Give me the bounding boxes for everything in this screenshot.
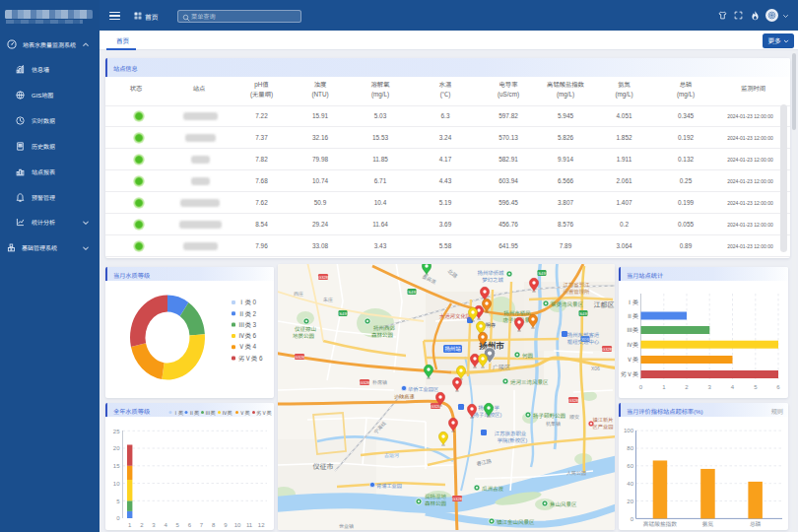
svg-text:西庄: 西庄 xyxy=(294,291,303,297)
svg-text:扬州东部客运: 扬州东部客运 xyxy=(567,332,600,338)
svg-text:焦山风景区: 焦山风景区 xyxy=(550,501,577,507)
svg-text:江苏旅游职业: 江苏旅游职业 xyxy=(495,431,527,436)
svg-text:80: 80 xyxy=(627,445,633,451)
svg-text:6: 6 xyxy=(776,384,780,390)
svg-text:2: 2 xyxy=(685,384,689,390)
svg-text:5: 5 xyxy=(754,384,758,390)
svg-text:G328: G328 xyxy=(318,275,329,280)
svg-text:镇江金山风景区: 镇江金山风景区 xyxy=(497,519,535,525)
svg-text:10: 10 xyxy=(113,481,120,487)
svg-text:G328: G328 xyxy=(360,380,370,385)
svg-text:Ⅱ类 2: Ⅱ类 2 xyxy=(238,310,257,317)
svg-text:Ⅲ类: Ⅲ类 xyxy=(627,326,638,333)
svg-text:Ⅴ类: Ⅴ类 xyxy=(627,356,638,363)
svg-text:大运河文化区: 大运河文化区 xyxy=(439,313,472,319)
svg-text:4: 4 xyxy=(164,522,167,528)
svg-text:世业镇: 世业镇 xyxy=(339,523,354,529)
svg-text:1: 1 xyxy=(662,384,666,390)
svg-text:杭集镇: 杭集镇 xyxy=(546,421,561,427)
svg-text:Ⅲ类 3: Ⅲ类 3 xyxy=(238,321,257,328)
svg-text:0: 0 xyxy=(639,384,643,390)
svg-text:森林公园: 森林公园 xyxy=(425,500,447,506)
svg-text:朴席镇: 朴席镇 xyxy=(372,379,387,385)
svg-text:Ⅱ类: Ⅱ类 xyxy=(627,312,638,319)
svg-text:S49: S49 xyxy=(538,271,546,276)
svg-text:扬州华侨城: 扬州华侨城 xyxy=(478,270,505,276)
svg-text:G328: G328 xyxy=(568,398,579,403)
svg-text:S49: S49 xyxy=(579,311,587,316)
svg-text:3: 3 xyxy=(152,522,156,528)
svg-text:G328: G328 xyxy=(295,355,305,360)
svg-text:劣Ⅴ类: 劣Ⅴ类 xyxy=(621,370,638,377)
svg-text:7: 7 xyxy=(200,522,204,528)
svg-text:9: 9 xyxy=(224,522,228,528)
svg-text:X06: X06 xyxy=(591,366,600,371)
svg-text:朱庄: 朱庄 xyxy=(323,297,333,302)
svg-text:江都区: 江都区 xyxy=(594,301,615,308)
svg-text:Ⅰ类: Ⅰ类 xyxy=(627,299,638,305)
svg-text:0: 0 xyxy=(631,516,634,522)
svg-text:0: 0 xyxy=(116,515,120,521)
svg-text:顺安: 顺安 xyxy=(569,414,579,420)
svg-text:20: 20 xyxy=(113,445,120,451)
svg-text:广陵区: 广陵区 xyxy=(493,364,510,370)
svg-text:华侨工业园区: 华侨工业园区 xyxy=(408,386,438,392)
svg-text:S49: S49 xyxy=(339,311,347,316)
svg-text:G328: G328 xyxy=(452,497,463,501)
svg-text:江苏省邗江: 江苏省邗江 xyxy=(564,282,591,288)
svg-text:G328: G328 xyxy=(602,347,613,352)
svg-text:2: 2 xyxy=(140,522,144,528)
svg-text:100: 100 xyxy=(624,428,634,433)
svg-text:扬子颐野公园: 扬子颐野公园 xyxy=(533,413,566,419)
svg-text:11: 11 xyxy=(246,522,253,528)
svg-text:梦幻之城: 梦幻之城 xyxy=(482,277,503,283)
svg-text:茱萸湾风景区: 茱萸湾风景区 xyxy=(551,301,584,307)
svg-text:20: 20 xyxy=(627,499,633,504)
svg-text:镇江新片: 镇江新片 xyxy=(593,417,614,423)
svg-text:闲置管理所: 闲置管理所 xyxy=(564,289,591,295)
svg-text:Ⅳ类 6: Ⅳ类 6 xyxy=(238,332,257,339)
svg-text:枢纽交通中心: 枢纽交通中心 xyxy=(567,339,600,345)
svg-text:沪陕高速: 沪陕高速 xyxy=(394,393,415,400)
svg-text:Ⅴ类 4: Ⅴ类 4 xyxy=(238,343,257,350)
svg-text:8: 8 xyxy=(212,522,216,528)
svg-text:扬州站: 扬州站 xyxy=(444,346,461,352)
svg-text:1: 1 xyxy=(128,522,132,528)
svg-text:总磷: 总磷 xyxy=(750,521,762,527)
svg-text:3: 3 xyxy=(708,384,712,390)
svg-text:6: 6 xyxy=(188,522,192,528)
svg-text:学院(新校区): 学院(新校区) xyxy=(498,437,528,443)
svg-text:5: 5 xyxy=(116,499,120,504)
svg-text:40: 40 xyxy=(627,481,633,487)
svg-text:12: 12 xyxy=(258,522,265,528)
svg-text:10: 10 xyxy=(234,522,241,528)
svg-text:5: 5 xyxy=(176,522,180,528)
svg-text:高锰酸盐指数: 高锰酸盐指数 xyxy=(643,521,677,527)
svg-text:古运河: 古运河 xyxy=(384,452,399,458)
svg-text:何园: 何园 xyxy=(522,353,534,359)
svg-text:扬州西郊: 扬州西郊 xyxy=(373,325,396,331)
svg-text:扬州市栖凤: 扬州市栖凤 xyxy=(503,310,531,316)
svg-text:劣Ⅴ类 6: 劣Ⅴ类 6 xyxy=(238,355,263,362)
svg-text:人民公园: 人民公园 xyxy=(566,470,586,476)
svg-text:S49: S49 xyxy=(408,290,416,295)
svg-text:运河三湾风景区: 运河三湾风景区 xyxy=(510,379,549,385)
svg-text:仪征捺山: 仪征捺山 xyxy=(295,326,316,332)
svg-text:区产业园: 区产业园 xyxy=(593,424,614,430)
svg-text:润扬湿地: 润扬湿地 xyxy=(425,494,447,499)
svg-text:Ⅳ类: Ⅳ类 xyxy=(627,341,638,348)
svg-text:25: 25 xyxy=(113,429,120,434)
svg-text:氨氮: 氨氮 xyxy=(702,521,714,527)
svg-text:60: 60 xyxy=(627,463,633,469)
svg-text:地质公园: 地质公园 xyxy=(293,333,315,339)
svg-text:森林公园: 森林公园 xyxy=(371,332,394,338)
svg-text:15: 15 xyxy=(113,463,120,469)
svg-text:Ⅰ类 0: Ⅰ类 0 xyxy=(238,299,257,305)
svg-text:4: 4 xyxy=(731,384,735,390)
svg-text:瓜洲古渡: 瓜洲古渡 xyxy=(482,486,504,492)
svg-text:胥浦工业园: 胥浦工业园 xyxy=(376,483,402,489)
svg-text:仪征市: 仪征市 xyxy=(313,463,334,470)
